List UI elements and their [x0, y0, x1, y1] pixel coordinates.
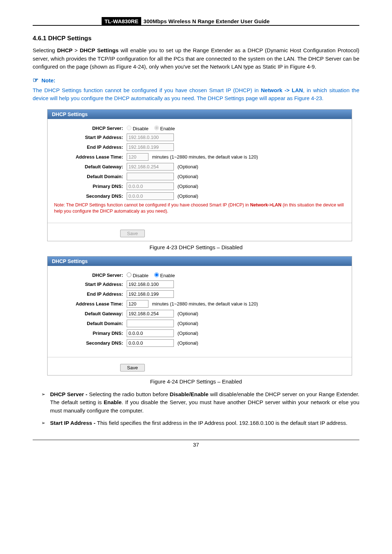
bullet-list: DHCP Server - Selecting the radio button… [33, 390, 359, 427]
lease-time-suffix: minutes (1~2880 minutes, the default val… [152, 301, 258, 307]
domain-label: Default Domain: [54, 174, 127, 179]
end-ip-input[interactable] [127, 290, 174, 298]
domain-label: Default Domain: [54, 321, 127, 326]
header-title: 300Mbps Wireless N Range Extender User G… [143, 18, 269, 24]
dhcp-server-radio-group: Disable Enable [127, 126, 179, 131]
end-ip-label: End IP Address: [54, 144, 127, 150]
gateway-input[interactable] [127, 163, 174, 171]
primary-dns-input[interactable] [127, 182, 174, 190]
gateway-label: Default Gateway: [54, 164, 127, 169]
header-model: TL-WA830RE [102, 17, 141, 25]
secondary-dns-label: Secondary DNS: [54, 340, 127, 346]
note-body: The DHCP Settings function cannot be con… [33, 86, 359, 103]
lease-time-input[interactable] [127, 300, 148, 308]
note-label-line: ☞ Note: [33, 76, 359, 84]
secondary-dns-input[interactable] [127, 339, 174, 347]
domain-input[interactable] [127, 173, 174, 180]
bullet-dhcp-server: DHCP Server - Selecting the radio button… [41, 390, 359, 415]
save-button[interactable]: Save [120, 230, 145, 237]
optional-text: (Optional) [177, 174, 198, 179]
gateway-input[interactable] [127, 310, 174, 317]
primary-dns-input[interactable] [127, 329, 174, 337]
optional-text: (Optional) [177, 184, 198, 189]
enable-radio[interactable] [154, 272, 159, 277]
hand-point-icon: ☞ [33, 77, 38, 84]
primary-dns-label: Primary DNS: [54, 184, 127, 189]
primary-dns-label: Primary DNS: [54, 331, 127, 336]
enable-radio[interactable] [154, 126, 159, 130]
dhcp-settings-panel-disabled: DHCP Settings DHCP Server: Disable Enabl… [47, 109, 352, 241]
panel-title: DHCP Settings [48, 257, 352, 266]
start-ip-label: Start IP Address: [54, 135, 127, 140]
gateway-label: Default Gateway: [54, 311, 127, 316]
secondary-dns-input[interactable] [127, 192, 174, 200]
disable-radio[interactable] [127, 126, 131, 130]
bullet-start-ip: Start IP Address - This field specifies … [41, 419, 359, 427]
start-ip-label: Start IP Address: [54, 282, 127, 287]
intro-paragraph: Selecting DHCP > DHCP Settings will enab… [33, 46, 359, 71]
note-label: Note: [41, 77, 55, 83]
dhcp-settings-panel-enabled: DHCP Settings DHCP Server: Disable Enabl… [47, 256, 352, 376]
domain-input[interactable] [127, 320, 174, 327]
secondary-dns-label: Secondary DNS: [54, 193, 127, 199]
page-number: 37 [33, 440, 359, 448]
end-ip-label: End IP Address: [54, 291, 127, 297]
dhcp-server-label: DHCP Server: [54, 126, 127, 131]
panel-warning-note: Note: The DHCP Settings function cannot … [54, 202, 345, 215]
optional-text: (Optional) [177, 321, 198, 326]
end-ip-input[interactable] [127, 143, 174, 151]
dhcp-server-radio-group: Disable Enable [127, 272, 179, 278]
page-header: TL-WA830RE300Mbps Wireless N Range Exten… [33, 18, 359, 26]
optional-text: (Optional) [177, 340, 198, 346]
optional-text: (Optional) [177, 193, 198, 199]
optional-text: (Optional) [177, 311, 198, 316]
start-ip-input[interactable] [127, 280, 174, 288]
optional-text: (Optional) [177, 164, 198, 169]
figure-caption-1: Figure 4-23 DHCP Settings – Disabled [33, 244, 359, 250]
panel-title: DHCP Settings [48, 110, 352, 119]
lease-time-label: Address Lease Time: [54, 154, 127, 160]
dhcp-server-label: DHCP Server: [54, 272, 127, 278]
lease-time-input[interactable] [127, 153, 148, 161]
section-heading: 4.6.1 DHCP Settings [33, 35, 359, 42]
figure-caption-2: Figure 4-24 DHCP Settings – Enabled [33, 378, 359, 385]
lease-time-suffix: minutes (1~2880 minutes, the default val… [152, 154, 258, 160]
optional-text: (Optional) [177, 331, 198, 336]
save-button[interactable]: Save [120, 364, 145, 372]
start-ip-input[interactable] [127, 134, 174, 141]
lease-time-label: Address Lease Time: [54, 301, 127, 307]
disable-radio[interactable] [127, 272, 131, 277]
